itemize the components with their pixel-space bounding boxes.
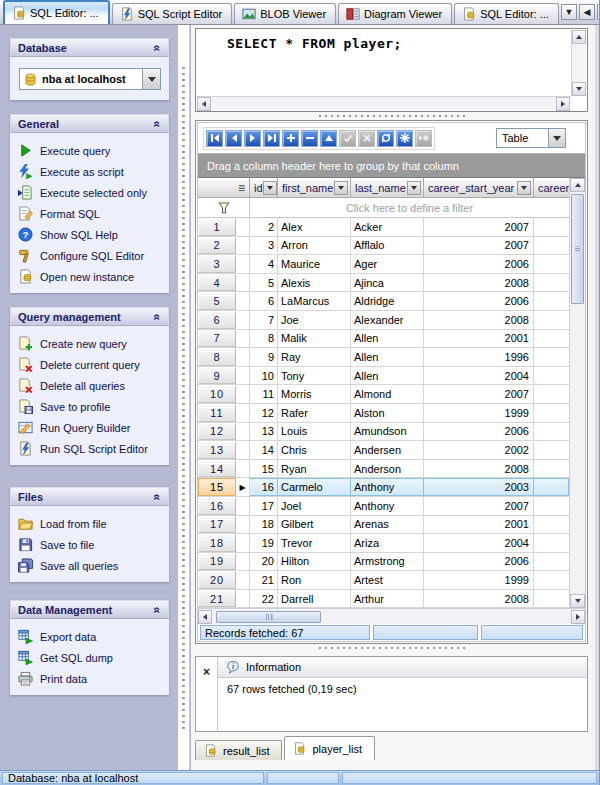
- sidebar-item-open-new-instance[interactable]: Open new instance: [15, 266, 165, 287]
- column-header-career-start-year[interactable]: career_start_year: [424, 178, 534, 197]
- cell-career-overflow[interactable]: [534, 516, 569, 534]
- cell-last-name[interactable]: Arthur: [351, 590, 424, 608]
- cell-career-start-year[interactable]: 1996: [424, 348, 534, 366]
- cell-id[interactable]: 8: [250, 330, 278, 348]
- row-indicator[interactable]: [236, 385, 250, 403]
- cell-id[interactable]: 19: [250, 534, 278, 552]
- table-row[interactable]: 2021RonArtest1999: [198, 571, 569, 590]
- row-number[interactable]: 20: [198, 571, 236, 589]
- last-record-button[interactable]: [263, 130, 280, 147]
- cell-career-start-year[interactable]: 2008: [424, 311, 534, 329]
- table-row[interactable]: 1920HiltonArmstrong2006: [198, 553, 569, 572]
- table-row[interactable]: 1819TrevorAriza2004: [198, 534, 569, 553]
- cell-id[interactable]: 14: [250, 441, 278, 459]
- sidebar-item-get-sql-dump[interactable]: Get SQL dump: [15, 647, 165, 668]
- section-header-general[interactable]: General «: [10, 114, 169, 133]
- row-indicator[interactable]: [236, 255, 250, 273]
- scroll-down-icon[interactable]: [570, 594, 585, 608]
- cell-first-name[interactable]: Carmelo: [278, 478, 351, 496]
- row-number[interactable]: 12: [198, 423, 236, 441]
- table-row[interactable]: 89RayAllen1996: [198, 348, 569, 367]
- table-row[interactable]: 2122DarrellArthur2008: [198, 590, 569, 609]
- cell-career-start-year[interactable]: 2006: [424, 292, 534, 310]
- cell-id[interactable]: 16: [250, 478, 278, 496]
- dropdown-arrow-icon[interactable]: [548, 129, 565, 147]
- cell-first-name[interactable]: Arron: [278, 237, 351, 255]
- table-row[interactable]: 45AlexisAjinca2008: [198, 274, 569, 293]
- row-number[interactable]: 1: [198, 218, 236, 236]
- scroll-down-icon[interactable]: [572, 82, 586, 96]
- sql-query-input[interactable]: SELECT * FROM player;: [197, 30, 570, 96]
- cell-id[interactable]: 9: [250, 348, 278, 366]
- editor-horizontal-scrollbar[interactable]: [197, 96, 570, 110]
- tab-blob-viewer[interactable]: BLOB Viewer: [234, 3, 336, 24]
- cell-career-start-year[interactable]: 2008: [424, 460, 534, 478]
- table-row[interactable]: 23ArronAfflalo2007: [198, 237, 569, 256]
- row-indicator[interactable]: [236, 237, 250, 255]
- cell-last-name[interactable]: Andersen: [351, 441, 424, 459]
- row-number[interactable]: 6: [198, 311, 236, 329]
- scroll-left-icon[interactable]: [198, 610, 212, 624]
- cell-last-name[interactable]: Aldridge: [351, 292, 424, 310]
- column-header-id[interactable]: id: [250, 178, 278, 197]
- cell-first-name[interactable]: Hilton: [278, 553, 351, 571]
- table-row[interactable]: 78MalikAllen2001: [198, 330, 569, 349]
- row-number[interactable]: 10: [198, 385, 236, 403]
- table-row[interactable]: 12AlexAcker2007: [198, 218, 569, 237]
- insert-record-button[interactable]: [282, 130, 299, 147]
- cell-last-name[interactable]: Amundson: [351, 423, 424, 441]
- cell-last-name[interactable]: Ajinca: [351, 274, 424, 292]
- row-indicator[interactable]: [236, 497, 250, 515]
- delete-record-button[interactable]: [301, 130, 318, 147]
- cell-first-name[interactable]: Ryan: [278, 460, 351, 478]
- cell-id[interactable]: 13: [250, 423, 278, 441]
- sidebar-item-run-sql-script-editor[interactable]: Run SQL Script Editor: [15, 438, 165, 459]
- cell-first-name[interactable]: Ron: [278, 571, 351, 589]
- table-row[interactable]: 1718GilbertArenas2001: [198, 516, 569, 535]
- sidebar-item-execute-query[interactable]: Execute query: [15, 140, 165, 161]
- row-number[interactable]: 14: [198, 460, 236, 478]
- cell-first-name[interactable]: Ray: [278, 348, 351, 366]
- cell-career-start-year[interactable]: 2006: [424, 423, 534, 441]
- table-row[interactable]: 56LaMarcusAldridge2006: [198, 292, 569, 311]
- cell-first-name[interactable]: Gilbert: [278, 516, 351, 534]
- edit-record-button[interactable]: [320, 130, 337, 147]
- sidebar-item-configure-sql-editor[interactable]: Configure SQL Editor: [15, 245, 165, 266]
- column-filter-dropdown-icon[interactable]: [334, 181, 348, 195]
- cell-last-name[interactable]: Ager: [351, 255, 424, 273]
- sidebar-item-execute-selected-only[interactable]: Execute selected only: [15, 182, 165, 203]
- cell-career-overflow[interactable]: [534, 292, 569, 310]
- cell-career-start-year[interactable]: 1999: [424, 404, 534, 422]
- cell-career-start-year[interactable]: 2004: [424, 534, 534, 552]
- sidebar-item-delete-current-query[interactable]: Delete current query: [15, 354, 165, 375]
- close-info-icon[interactable]: ×: [199, 664, 214, 679]
- scroll-up-icon[interactable]: [570, 178, 585, 192]
- cell-last-name[interactable]: Allen: [351, 348, 424, 366]
- scroll-right-icon[interactable]: [556, 97, 570, 111]
- cell-career-overflow[interactable]: [534, 571, 569, 589]
- cell-last-name[interactable]: Afflalo: [351, 237, 424, 255]
- sidebar-item-delete-all-queries[interactable]: Delete all queries: [15, 375, 165, 396]
- cell-id[interactable]: 18: [250, 516, 278, 534]
- row-indicator[interactable]: [236, 404, 250, 422]
- tab-scroll-left-icon[interactable]: ◀: [579, 4, 595, 20]
- prior-record-button[interactable]: [225, 130, 242, 147]
- sidebar-item-save-all-queries[interactable]: Save all queries: [15, 555, 165, 576]
- cell-career-overflow[interactable]: [534, 553, 569, 571]
- row-number[interactable]: 2: [198, 237, 236, 255]
- cell-id[interactable]: 3: [250, 237, 278, 255]
- cell-id[interactable]: 12: [250, 404, 278, 422]
- cell-first-name[interactable]: Trevor: [278, 534, 351, 552]
- row-number[interactable]: 3: [198, 255, 236, 273]
- cell-career-start-year[interactable]: 2001: [424, 516, 534, 534]
- row-number[interactable]: 16: [198, 497, 236, 515]
- sidebar-item-load-from-file[interactable]: Load from file: [15, 513, 165, 534]
- tab-sql-editor-2[interactable]: SQL Editor: ...: [454, 3, 559, 24]
- row-indicator[interactable]: [236, 441, 250, 459]
- cell-first-name[interactable]: Tony: [278, 367, 351, 385]
- cell-last-name[interactable]: Alston: [351, 404, 424, 422]
- view-mode-select[interactable]: Table: [496, 128, 566, 148]
- cell-first-name[interactable]: Chris: [278, 441, 351, 459]
- section-header-files[interactable]: Files «: [10, 487, 169, 506]
- cell-career-start-year[interactable]: 2002: [424, 441, 534, 459]
